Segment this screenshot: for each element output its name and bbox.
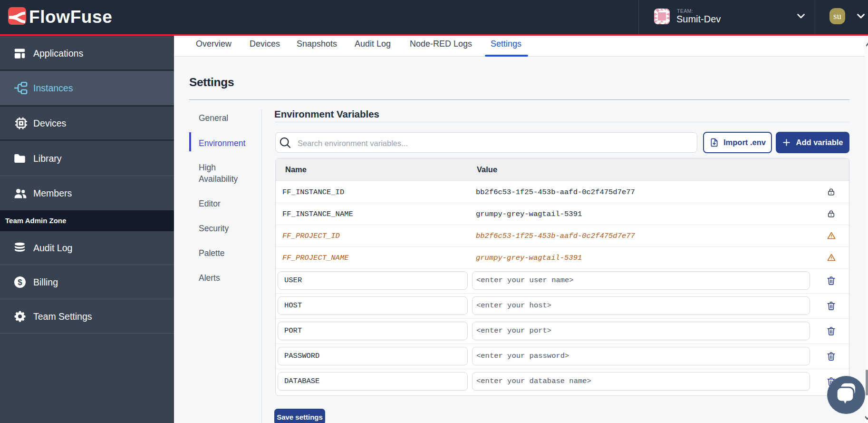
- svg-text:$: $: [18, 277, 22, 286]
